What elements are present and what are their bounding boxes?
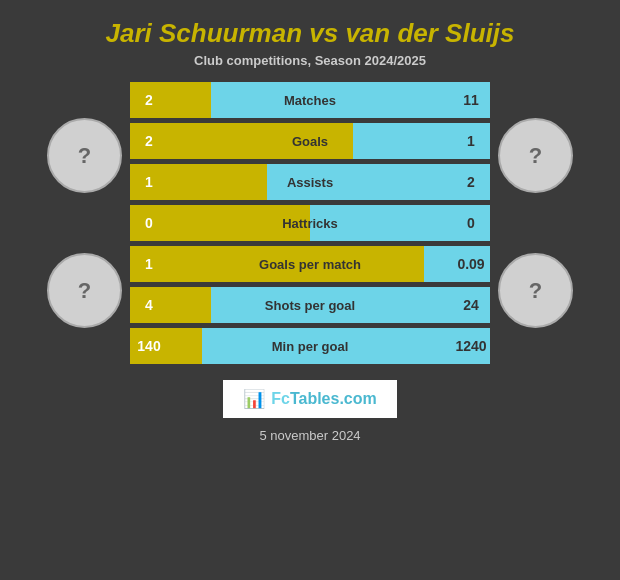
left-avatar-top: ?: [47, 118, 122, 193]
stat-label: Hattricks: [282, 216, 338, 231]
logo-box: 📊 FcTables.com: [223, 380, 397, 418]
stat-bar: Goals per match: [168, 246, 452, 282]
stat-bar-fill: [168, 287, 211, 323]
stat-bar-fill: [168, 328, 202, 364]
page-title: Jari Schuurman vs van der Sluijs: [106, 18, 515, 49]
right-avatar-top: ?: [498, 118, 573, 193]
stat-right-value: 0.09: [452, 246, 490, 282]
left-avatar-bottom: ?: [47, 253, 122, 328]
main-content: ? ? 2 Matches 11 2 Goals 1 1 Assists: [0, 82, 620, 364]
stat-bar: Shots per goal: [168, 287, 452, 323]
stat-bar: Min per goal: [168, 328, 452, 364]
stat-bar: Matches: [168, 82, 452, 118]
logo-fc: Fc: [271, 390, 290, 407]
stat-left-value: 4: [130, 287, 168, 323]
stat-label: Goals: [292, 134, 328, 149]
stat-bar: Assists: [168, 164, 452, 200]
stat-row: 2 Matches 11: [130, 82, 490, 118]
stat-left-value: 2: [130, 82, 168, 118]
stats-section: 2 Matches 11 2 Goals 1 1 Assists 2 0: [130, 82, 490, 364]
stat-row: 4 Shots per goal 24: [130, 287, 490, 323]
left-avatars: ? ?: [47, 118, 122, 328]
stat-label: Goals per match: [259, 257, 361, 272]
stat-left-value: 1: [130, 164, 168, 200]
stat-left-value: 140: [130, 328, 168, 364]
stat-right-value: 1: [452, 123, 490, 159]
stat-row: 140 Min per goal 1240: [130, 328, 490, 364]
stat-label: Min per goal: [272, 339, 349, 354]
stat-left-value: 2: [130, 123, 168, 159]
stat-bar-fill: [168, 82, 211, 118]
stat-right-value: 0: [452, 205, 490, 241]
stat-row: 0 Hattricks 0: [130, 205, 490, 241]
stat-right-value: 24: [452, 287, 490, 323]
stat-left-value: 1: [130, 246, 168, 282]
stat-row: 2 Goals 1: [130, 123, 490, 159]
stat-left-value: 0: [130, 205, 168, 241]
stat-bar: Hattricks: [168, 205, 452, 241]
stat-right-value: 1240: [452, 328, 490, 364]
logo-tables: Tables.com: [290, 390, 377, 407]
logo-text: FcTables.com: [271, 390, 377, 408]
stat-label: Matches: [284, 93, 336, 108]
logo-icon: 📊: [243, 388, 265, 410]
page-container: Jari Schuurman vs van der Sluijs Club co…: [0, 0, 620, 580]
page-subtitle: Club competitions, Season 2024/2025: [194, 53, 426, 68]
stat-bar: Goals: [168, 123, 452, 159]
right-avatar-bottom: ?: [498, 253, 573, 328]
stat-right-value: 2: [452, 164, 490, 200]
stat-label: Shots per goal: [265, 298, 355, 313]
stat-row: 1 Goals per match 0.09: [130, 246, 490, 282]
stat-row: 1 Assists 2: [130, 164, 490, 200]
right-avatars: ? ?: [498, 118, 573, 328]
stat-bar-fill: [168, 164, 267, 200]
footer-date: 5 november 2024: [259, 428, 360, 443]
stat-right-value: 11: [452, 82, 490, 118]
stat-label: Assists: [287, 175, 333, 190]
